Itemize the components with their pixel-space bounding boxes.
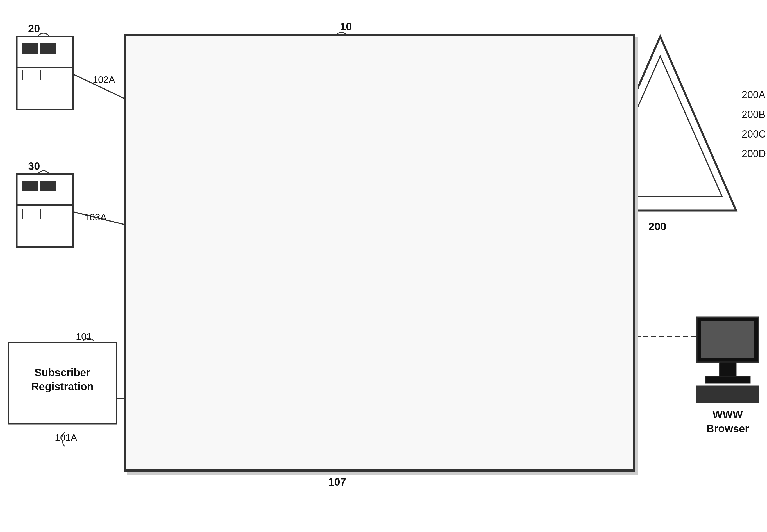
main-system-box [124, 34, 635, 472]
svg-rect-8 [22, 181, 38, 191]
label-20: 20 [28, 23, 40, 35]
label-30: 30 [28, 160, 40, 172]
svg-rect-6 [17, 174, 73, 247]
label-sub-reg1: Subscriber [35, 367, 90, 378]
label-200b: 200B [742, 109, 765, 120]
svg-rect-32 [719, 362, 736, 376]
svg-rect-34 [697, 386, 759, 403]
svg-rect-0 [17, 36, 73, 109]
svg-rect-10 [22, 209, 38, 219]
label-www-browser1: WWW [713, 409, 743, 421]
svg-rect-5 [41, 70, 56, 80]
label-107: 107 [328, 476, 346, 488]
svg-rect-33 [705, 376, 750, 383]
label-103a: 103A [84, 212, 107, 222]
svg-rect-3 [41, 44, 56, 53]
svg-rect-31 [701, 321, 754, 358]
svg-rect-35 [8, 343, 116, 424]
label-200: 200 [649, 221, 666, 232]
svg-rect-2 [22, 44, 38, 53]
label-sub-reg2: Registration [31, 381, 93, 392]
label-102a: 102A [93, 74, 115, 85]
svg-rect-4 [22, 70, 38, 80]
svg-rect-11 [41, 209, 56, 219]
label-200c: 200C [742, 128, 766, 140]
diagram-container: 20 30 10 CORBA Server 102 SOAP - XML Ser… [0, 0, 767, 532]
label-10: 10 [340, 21, 352, 33]
label-101: 101 [76, 331, 92, 342]
label-101a: 101A [55, 432, 77, 443]
label-www-browser2: Browser [706, 423, 749, 435]
label-200d: 200D [742, 148, 766, 159]
svg-rect-9 [41, 181, 56, 191]
svg-rect-30 [697, 317, 759, 362]
label-200a: 200A [742, 89, 765, 101]
